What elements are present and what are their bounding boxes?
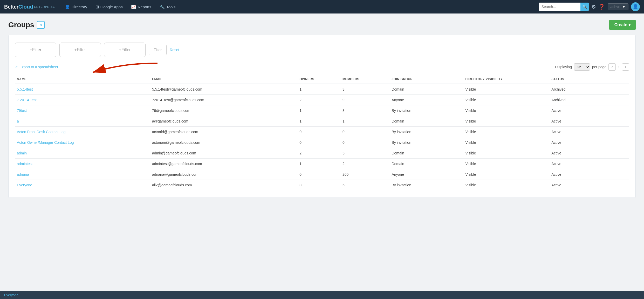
col-header-members: MEMBERS: [340, 75, 389, 84]
cell-name-6: admin: [15, 148, 150, 159]
nav-items: 👤 Directory ⊞ Google Apps 📈 Reports 🔧 To…: [61, 2, 539, 11]
group-link-6[interactable]: admin: [17, 151, 27, 155]
cell-name-9: Everyone: [15, 180, 150, 191]
cell-join-1: Anyone: [389, 95, 463, 105]
cell-owners-1: 2: [297, 95, 340, 105]
groups-table: NAME EMAIL OWNERS MEMBERS JOIN GROUP DIR…: [15, 75, 629, 190]
page-title: Groups: [8, 21, 34, 29]
table-row: Everyone all2@gameofclouds.com 0 5 By in…: [15, 180, 629, 191]
nav-item-reports[interactable]: 📈 Reports: [127, 2, 155, 11]
export-link[interactable]: ↗ Export to a spreadsheet: [15, 65, 58, 69]
cell-members-7: 2: [340, 159, 389, 169]
reset-link[interactable]: Reset: [170, 48, 179, 52]
cell-name-4: Acton Front Desk Contact Log: [15, 127, 150, 137]
per-page-suffix: per page: [592, 65, 606, 69]
cell-email-3: a@gameofclouds.com: [150, 116, 297, 127]
page-number: 1: [618, 65, 620, 69]
group-link-3[interactable]: a: [17, 119, 19, 123]
table-row: admintest admintest@gameofclouds.com 1 2…: [15, 159, 629, 169]
per-page-select[interactable]: 25 50 100: [574, 63, 590, 71]
cell-members-3: 1: [340, 116, 389, 127]
group-link-0[interactable]: 5.5.14test: [17, 87, 33, 91]
cell-owners-4: 0: [297, 127, 340, 137]
col-header-name: NAME: [15, 75, 150, 84]
toolbar-row: ↗ Export to a spreadsheet Displaying: [15, 63, 629, 71]
group-link-7[interactable]: admintest: [17, 162, 33, 166]
search-input[interactable]: [539, 3, 580, 11]
cell-owners-8: 0: [297, 169, 340, 180]
refresh-button[interactable]: ↻: [37, 21, 45, 29]
admin-dropdown[interactable]: admin ▼: [608, 3, 628, 10]
cell-members-4: 0: [340, 127, 389, 137]
cell-email-4: actonfd@gameofclouds.com: [150, 127, 297, 137]
col-header-dir: DIRECTORY VISIBILITY: [463, 75, 550, 84]
filter-btn-3[interactable]: +Filter: [104, 43, 146, 57]
cell-join-3: Domain: [389, 116, 463, 127]
table-row: Acton Owner/Manager Contact Log actonom@…: [15, 137, 629, 148]
cell-status-0: Archived: [549, 84, 629, 95]
nav-item-tools[interactable]: 🔧 Tools: [156, 2, 179, 11]
next-page-button[interactable]: ›: [622, 63, 629, 71]
group-link-2[interactable]: 79test: [17, 108, 27, 113]
table-row: admin admin@gameofclouds.com 2 5 Domain …: [15, 148, 629, 159]
cell-status-4: Active: [549, 127, 629, 137]
table-row: Acton Front Desk Contact Log actonfd@gam…: [15, 127, 629, 137]
nav-label-directory: Directory: [72, 5, 87, 9]
brand-enterprise: ENTERPRISE: [34, 5, 55, 8]
group-link-5[interactable]: Acton Owner/Manager Contact Log: [17, 140, 74, 145]
cell-email-9: all2@gameofclouds.com: [150, 180, 297, 191]
search-button[interactable]: 🔍: [580, 3, 589, 11]
pagination-area: Displaying 25 50 100 per page ‹ 1 ›: [555, 63, 629, 71]
page-header: Groups ↻ Create ▾: [8, 20, 636, 30]
cell-join-9: By invitation: [389, 180, 463, 191]
cell-members-5: 0: [340, 137, 389, 148]
group-link-9[interactable]: Everyone: [17, 183, 32, 187]
cell-members-6: 5: [340, 148, 389, 159]
cell-members-0: 3: [340, 84, 389, 95]
filter-btn-2[interactable]: +Filter: [59, 43, 101, 57]
avatar: 👤: [631, 2, 640, 11]
brand-cloud: Cloud: [18, 4, 33, 10]
cell-owners-6: 2: [297, 148, 340, 159]
cell-name-1: 7.20.14 Test: [15, 95, 150, 105]
help-button[interactable]: ❓: [599, 4, 605, 10]
export-label: Export to a spreadsheet: [19, 65, 58, 69]
cell-owners-7: 1: [297, 159, 340, 169]
cell-email-8: adriana@gameofclouds.com: [150, 169, 297, 180]
create-button[interactable]: Create ▾: [609, 20, 636, 30]
cell-name-5: Acton Owner/Manager Contact Log: [15, 137, 150, 148]
cell-owners-5: 0: [297, 137, 340, 148]
table-row: a a@gameofclouds.com 1 1 Domain Visible …: [15, 116, 629, 127]
page-wrapper: Groups ↻ Create ▾ +Filter +Filter +Filte…: [0, 13, 644, 204]
cell-join-0: Domain: [389, 84, 463, 95]
nav-label-tools: Tools: [166, 5, 175, 9]
cell-owners-9: 0: [297, 180, 340, 191]
group-link-4[interactable]: Acton Front Desk Contact Log: [17, 130, 66, 134]
cell-status-5: Active: [549, 137, 629, 148]
cell-dir-6: Visible: [463, 148, 550, 159]
cell-members-8: 200: [340, 169, 389, 180]
export-icon: ↗: [15, 65, 18, 69]
cell-dir-7: Visible: [463, 159, 550, 169]
search-box: 🔍: [539, 3, 589, 11]
cell-name-7: admintest: [15, 159, 150, 169]
group-link-1[interactable]: 7.20.14 Test: [17, 98, 37, 102]
cell-dir-1: Visible: [463, 95, 550, 105]
nav-label-google-apps: Google Apps: [100, 5, 123, 9]
filter-apply-button[interactable]: Filter: [149, 45, 167, 55]
cell-dir-8: Visible: [463, 169, 550, 180]
cell-status-1: Archived: [549, 95, 629, 105]
tools-icon: 🔧: [160, 4, 165, 9]
settings-button[interactable]: ⚙: [591, 4, 596, 10]
cell-name-2: 79test: [15, 105, 150, 116]
navbar: BetterCloud ENTERPRISE 👤 Directory ⊞ Goo…: [0, 0, 644, 13]
nav-item-directory[interactable]: 👤 Directory: [61, 2, 91, 11]
nav-item-google-apps[interactable]: ⊞ Google Apps: [92, 2, 126, 11]
cell-dir-0: Visible: [463, 84, 550, 95]
cell-members-2: 8: [340, 105, 389, 116]
cell-status-8: Active: [549, 169, 629, 180]
table-row: adriana adriana@gameofclouds.com 0 200 A…: [15, 169, 629, 180]
prev-page-button[interactable]: ‹: [608, 63, 616, 71]
group-link-8[interactable]: adriana: [17, 172, 29, 176]
filter-btn-1[interactable]: +Filter: [15, 43, 56, 57]
